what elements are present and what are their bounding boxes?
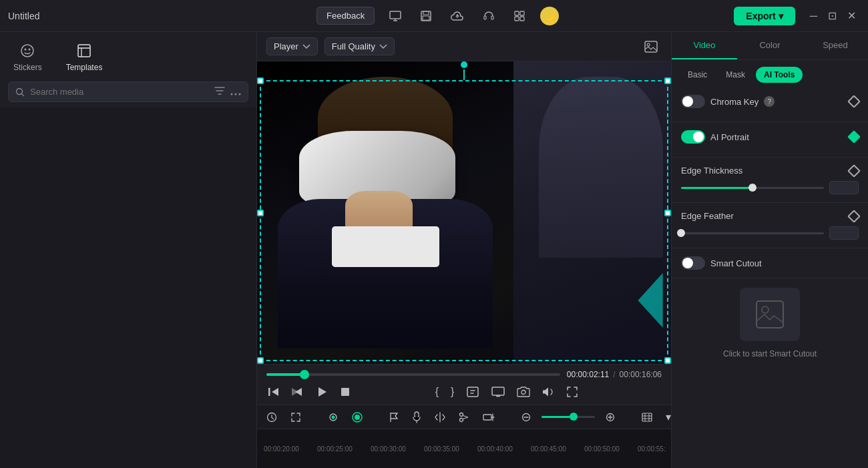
- timeline-mic-button[interactable]: [409, 410, 424, 425]
- chroma-key-toggle[interactable]: [681, 95, 705, 108]
- progress-thumb[interactable]: [300, 370, 309, 379]
- timeline-grid-icon: [642, 413, 652, 422]
- timeline-scissors-button[interactable]: [456, 411, 472, 424]
- ruler-tick-6: 00:00:50:00: [584, 445, 638, 453]
- handle-right-middle[interactable]: [664, 210, 671, 216]
- timeline-add-track-button[interactable]: [480, 411, 497, 423]
- zoom-slider[interactable]: [541, 416, 595, 418]
- timeline-flag-button[interactable]: [387, 411, 401, 424]
- chroma-key-help-icon[interactable]: ?: [764, 96, 775, 107]
- speed-button[interactable]: [465, 385, 481, 399]
- ctrl-left: [266, 385, 352, 399]
- cloud-icon-button[interactable]: [447, 9, 468, 23]
- edge-thickness-keyframe-icon[interactable]: [847, 164, 861, 178]
- timeline-split-button[interactable]: [432, 411, 448, 424]
- fullscreen-button[interactable]: [565, 385, 580, 399]
- left-tabs: Stickers Templates: [0, 32, 256, 76]
- ruler-tick-4: 00:00:40:00: [477, 445, 531, 453]
- headset-icon-button[interactable]: [479, 7, 499, 25]
- edge-thickness-section: Edge Thickness 0.00: [672, 158, 868, 203]
- play-button[interactable]: [314, 385, 329, 399]
- mark-out-button[interactable]: }: [449, 385, 455, 399]
- progress-bar[interactable]: [266, 373, 560, 376]
- stickers-label: Stickers: [13, 63, 42, 72]
- zoom-thumb[interactable]: [570, 413, 578, 421]
- player-settings-button[interactable]: [640, 38, 662, 55]
- tab-speed[interactable]: Speed: [803, 32, 868, 59]
- scissors-icon: [459, 412, 469, 423]
- sub-tab-basic[interactable]: Basic: [680, 67, 715, 83]
- back-button[interactable]: [290, 385, 305, 399]
- tab-color[interactable]: Color: [737, 32, 803, 59]
- grid-icon-button[interactable]: [509, 7, 529, 25]
- feedback-button[interactable]: Feedback: [316, 7, 375, 25]
- handle-bottom-left[interactable]: [257, 357, 264, 364]
- video-canvas: [257, 61, 671, 364]
- sidebar-item-templates[interactable]: Templates: [61, 37, 108, 76]
- ai-portrait-toggle[interactable]: [681, 130, 705, 144]
- timeline-active-button[interactable]: [349, 411, 365, 424]
- minimize-button[interactable]: ─: [806, 8, 821, 23]
- plus-icon: [606, 413, 615, 422]
- ai-portrait-label-group: AI Portrait: [681, 130, 749, 144]
- filter-icon-button[interactable]: [214, 86, 225, 97]
- theme-toggle[interactable]: 🌙: [540, 7, 559, 25]
- save-icon-button[interactable]: [416, 7, 436, 25]
- timeline-record-button[interactable]: [325, 411, 341, 424]
- ai-portrait-toggle-thumb: [693, 132, 704, 142]
- timeline-ruler: 00:00:20:00 00:00:25:00 00:00:30:00 00:0…: [257, 429, 671, 468]
- chroma-key-keyframe-icon[interactable]: [847, 95, 861, 108]
- edge-thickness-slider[interactable]: [681, 187, 824, 189]
- clock-icon: [266, 412, 277, 423]
- sidebar-item-stickers[interactable]: Stickers: [8, 37, 47, 76]
- window-controls: ─ ⊡ ✕: [806, 8, 860, 23]
- ai-portrait-keyframe-icon[interactable]: [847, 130, 861, 144]
- timeline-grid-button[interactable]: [639, 411, 655, 423]
- sub-tab-mask[interactable]: Mask: [718, 67, 753, 83]
- svg-rect-0: [390, 11, 401, 19]
- edge-feather-slider[interactable]: [681, 232, 824, 234]
- drag-top-handle[interactable]: [461, 61, 467, 80]
- edge-thickness-thumb[interactable]: [748, 184, 756, 192]
- edge-feather-keyframe-icon[interactable]: [847, 210, 861, 223]
- handle-left-middle[interactable]: [257, 210, 264, 216]
- zoom-out-button[interactable]: [519, 411, 533, 423]
- prev-frame-button[interactable]: [266, 385, 281, 399]
- timeline-history-button[interactable]: [264, 411, 280, 424]
- audio-button[interactable]: [541, 385, 556, 399]
- maximize-button[interactable]: ⊡: [824, 8, 841, 23]
- export-button[interactable]: Export ▾: [734, 7, 795, 25]
- minus-icon: [521, 413, 531, 422]
- edge-thickness-value[interactable]: 0.00: [829, 181, 859, 194]
- close-button[interactable]: ✕: [843, 8, 860, 23]
- sub-tab-ai-tools[interactable]: AI Tools: [756, 67, 803, 83]
- cutout-preview: [740, 288, 800, 341]
- more-options-button[interactable]: [230, 86, 241, 97]
- svg-rect-37: [756, 301, 783, 328]
- stop-button[interactable]: [339, 385, 352, 399]
- player-header-right: [640, 38, 662, 55]
- quality-select[interactable]: Full Quality: [324, 37, 395, 55]
- tab-video[interactable]: Video: [672, 32, 737, 59]
- camera-icon: [517, 386, 530, 398]
- smart-cutout-cta[interactable]: Click to start Smart Cutout: [723, 349, 817, 359]
- screenshot-button[interactable]: [515, 385, 531, 399]
- player-mode-select[interactable]: Player: [266, 37, 318, 55]
- screen-view-button[interactable]: [490, 385, 506, 399]
- svg-rect-5: [491, 16, 493, 19]
- monitor-icon-button[interactable]: [385, 8, 405, 24]
- edge-feather-thumb[interactable]: [677, 229, 685, 237]
- timeline-fit-button[interactable]: [288, 411, 304, 424]
- mark-in-button[interactable]: {: [434, 385, 440, 399]
- zoom-in-button[interactable]: [603, 411, 618, 423]
- handle-bottom-right[interactable]: [664, 357, 671, 364]
- edge-feather-value[interactable]: 0.00: [829, 226, 859, 240]
- search-input[interactable]: [30, 87, 209, 97]
- svg-rect-6: [515, 11, 519, 15]
- handle-top-left[interactable]: [257, 77, 264, 84]
- topbar: Untitled Feedback 🌙 Export ▾ ─ ⊡ ✕: [0, 0, 868, 32]
- search-bar-icons: [214, 86, 241, 97]
- smart-cutout-toggle[interactable]: [681, 256, 705, 270]
- svg-point-24: [521, 391, 525, 395]
- handle-top-right[interactable]: [664, 77, 671, 84]
